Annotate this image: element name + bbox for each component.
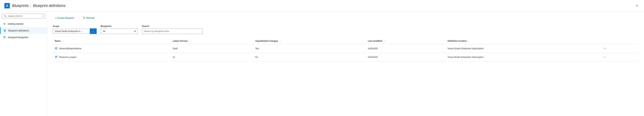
lightning-icon <box>3 22 6 26</box>
filters-row: Scope Visual Studio Enterprise S ... ...… <box>53 25 638 34</box>
col-latest-version: Latest Version ↕ <box>171 38 253 44</box>
cell-name: Research_project <box>53 53 171 61</box>
sidebar: 🔍 « Getting started Blueprin <box>0 12 47 116</box>
refresh-icon: ↻ <box>83 16 85 19</box>
create-blueprint-button[interactable]: + Create blueprint <box>53 15 76 21</box>
scope-filter: Scope Visual Studio Enterprise S ... ... <box>53 25 97 34</box>
cell-latest-version: Draft <box>171 44 253 53</box>
svg-rect-17 <box>56 57 56 58</box>
sidebar-item-label-getting-started: Getting started <box>8 22 23 25</box>
svg-rect-6 <box>4 31 5 31</box>
blueprints-filter: Blueprints All ▼ <box>101 25 138 34</box>
latest-version-sort-icon[interactable]: ↕ <box>190 40 190 42</box>
scope-label: Scope <box>53 25 97 27</box>
app-name: Blueprints <box>12 3 29 8</box>
search-label: Search <box>142 25 203 27</box>
svg-rect-11 <box>56 48 57 48</box>
svg-rect-4 <box>4 30 6 30</box>
close-button[interactable]: × <box>634 3 640 9</box>
table-row: GenericBlueprintName Draft Yes 6/16/2020… <box>53 44 638 53</box>
col-definition-location: Definition location ↕ <box>446 38 600 44</box>
col-unpublished-changes: Unpublished changes ↕ <box>253 38 366 44</box>
cell-latest-version: v1 <box>171 53 253 61</box>
scope-control: Visual Studio Enterprise S ... ... <box>53 28 97 34</box>
cell-last-modified: 5/26/2020 <box>366 53 446 61</box>
svg-marker-2 <box>4 23 5 25</box>
cell-definition-location: Visual Studio Enterprise Subscription <box>446 53 600 61</box>
blueprint-def-icon <box>3 29 6 32</box>
svg-rect-5 <box>4 30 5 31</box>
sidebar-item-label-blueprint-definitions: Blueprint definitions <box>8 29 29 32</box>
name-sort-icon[interactable]: ↕ <box>62 40 63 42</box>
page-name: Blueprint definitions <box>33 3 66 8</box>
svg-rect-8 <box>4 37 5 37</box>
blueprints-table: Name ↕ Latest Version ↕ Unpublished chan… <box>53 38 638 61</box>
table-header: Name ↕ Latest Version ↕ Unpublished chan… <box>53 38 638 44</box>
refresh-label: Refresh <box>86 17 94 19</box>
dropdown-arrow-icon: ▼ <box>132 30 138 32</box>
scope-button[interactable]: ... <box>90 28 97 34</box>
blueprints-select[interactable]: All ▼ <box>101 28 138 34</box>
search-input[interactable] <box>8 15 41 17</box>
table-body: GenericBlueprintName Draft Yes 6/16/2020… <box>53 44 638 61</box>
blueprint-search-input[interactable] <box>142 28 203 34</box>
content-area: + Create blueprint ↻ Refresh Scope Visua… <box>47 12 644 116</box>
search-icon: 🔍 <box>4 15 6 17</box>
sidebar-search-box: 🔍 « <box>2 14 45 18</box>
cell-unpublished-changes: No <box>253 53 366 61</box>
svg-rect-13 <box>56 49 56 49</box>
table-row: Research_project v1 No 5/26/2020 Visual … <box>53 53 638 61</box>
last-modified-sort-icon[interactable]: ↕ <box>384 40 385 42</box>
cell-actions: ··· <box>600 53 638 61</box>
sidebar-item-label-assigned-blueprints: Assigned blueprints <box>8 36 28 39</box>
collapse-icon[interactable]: « <box>42 15 43 17</box>
definition-location-sort-icon[interactable]: ↕ <box>468 40 469 42</box>
svg-rect-12 <box>56 48 56 49</box>
svg-rect-9 <box>4 37 5 38</box>
more-options-button[interactable]: ··· <box>602 55 608 59</box>
blueprints-select-value: All <box>101 30 132 32</box>
more-options-button[interactable]: ··· <box>602 46 608 51</box>
refresh-button[interactable]: ↻ Refresh <box>80 15 97 21</box>
assigned-icon <box>3 36 6 39</box>
main-layout: 🔍 « Getting started Blueprin <box>0 12 644 116</box>
sidebar-item-blueprint-definitions[interactable]: Blueprint definitions <box>0 27 47 34</box>
col-name: Name ↕ <box>53 38 171 44</box>
toolbar: + Create blueprint ↻ Refresh <box>53 15 638 21</box>
blueprints-label: Blueprints <box>101 25 138 27</box>
svg-rect-16 <box>56 57 56 57</box>
cell-name: GenericBlueprintName <box>53 44 171 53</box>
unpublished-sort-icon[interactable]: ↕ <box>280 40 280 42</box>
svg-rect-15 <box>56 56 57 57</box>
cell-actions: ··· <box>600 44 638 53</box>
scope-value: Visual Studio Enterprise S ... <box>53 29 90 34</box>
sidebar-item-assigned-blueprints[interactable]: Assigned blueprints <box>0 34 47 41</box>
search-filter: Search <box>142 25 203 34</box>
svg-text:A: A <box>6 4 8 7</box>
cell-unpublished-changes: Yes <box>253 44 366 53</box>
cell-last-modified: 6/16/2020 <box>366 44 446 53</box>
title-bar: A Blueprints | Blueprint definitions × <box>0 0 644 12</box>
col-actions <box>600 38 638 44</box>
title-separator: | <box>30 3 32 8</box>
sidebar-item-getting-started[interactable]: Getting started <box>0 20 47 27</box>
app-logo: A <box>4 3 10 9</box>
col-last-modified: Last modified ↕ <box>366 38 446 44</box>
cell-definition-location: Visual Studio Enterprise Subscription <box>446 44 600 53</box>
